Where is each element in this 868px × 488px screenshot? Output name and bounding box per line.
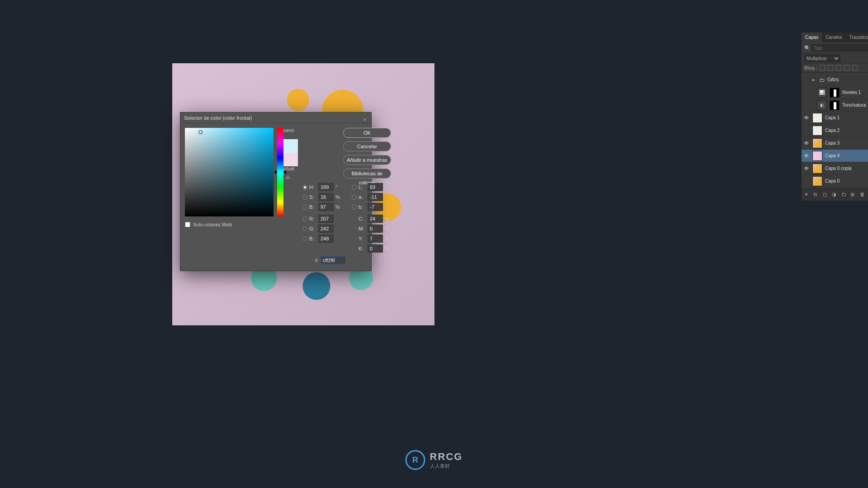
layer-thumb[interactable] [812,151,822,161]
color-libraries-button[interactable]: Bibliotecas de colores [343,169,391,178]
layer-row[interactable]: Capa 2 [802,124,868,137]
lab-b-radio[interactable] [352,205,357,210]
rgb-b-radio[interactable] [302,236,307,241]
lock-pixels-icon[interactable] [820,65,825,70]
b-label: B: [309,204,316,210]
a-input[interactable] [368,193,383,201]
y-input[interactable] [368,235,383,243]
layer-row[interactable]: 👁 Capa 1 [802,112,868,124]
saturation-field[interactable] [185,128,274,216]
r-input[interactable] [318,215,334,223]
k-input[interactable] [368,244,383,253]
close-icon[interactable]: × [361,114,368,122]
chevron-right-icon[interactable]: ▸ [812,77,817,83]
group-icon[interactable]: 🗀 [841,192,847,198]
b-radio[interactable] [302,205,307,210]
layer-thumb[interactable] [812,113,822,123]
tab-layers[interactable]: Capas [802,33,822,42]
lock-brush-icon[interactable] [828,65,833,70]
layer-group[interactable]: ▸ 🗀 OAVs [802,74,868,86]
lock-artboard-icon[interactable] [844,65,849,70]
layer-name[interactable]: OAVs [827,77,866,82]
l-radio[interactable] [352,185,357,190]
blend-mode-select[interactable]: Multiplicar [804,55,840,62]
m-input[interactable] [368,225,383,233]
g-input[interactable] [318,225,334,233]
adjustment-icon[interactable]: 📊 [817,88,827,98]
adjustment-icon[interactable]: ◐ [817,100,827,110]
b-input[interactable] [318,203,334,211]
layer-name[interactable]: Capa 0 copia [825,166,866,171]
layer-name[interactable]: Niveles 1 [842,90,866,95]
layer-row[interactable]: Capa 0 [802,175,868,188]
tab-paths[interactable]: Trazados [846,33,868,42]
adjustment-layer-icon[interactable]: ◑ [832,192,837,198]
web-colors-checkbox[interactable]: Solo colores Web [185,222,274,227]
trash-icon[interactable]: 🗑 [860,192,865,198]
c-unit: % [385,216,391,221]
c-label: C: [359,216,366,221]
l-input[interactable] [368,183,383,191]
logo-line1: RRCG [430,451,463,463]
cancel-button[interactable]: Cancelar [343,141,391,151]
layer-name[interactable]: Capa 0 [825,178,866,183]
layer-thumb[interactable] [812,126,822,136]
visibility-icon[interactable]: 👁 [803,140,810,146]
g-radio[interactable] [302,226,307,231]
web-colors-input[interactable] [185,222,190,227]
layer-name[interactable]: Capa 2 [825,128,866,133]
hex-input[interactable] [321,256,346,264]
layer-thumb[interactable] [812,138,822,148]
color-picker-dialog: Selector de color (color frontal) × Solo… [180,112,372,271]
c-input[interactable] [368,215,383,223]
lock-all-icon[interactable] [852,65,858,70]
visibility-icon[interactable]: 👁 [803,153,810,159]
saturation-cursor[interactable] [198,130,203,134]
hue-handle-right[interactable] [284,170,286,174]
mask-thumb[interactable] [830,100,840,110]
m-unit: % [385,226,391,231]
layer-name[interactable]: Capa 3 [825,141,866,145]
layer-row[interactable]: 👁 Capa 0 copia [802,162,868,175]
add-swatch-button[interactable]: Añadir a muestras [343,155,391,165]
l-label: L: [359,184,366,190]
layer-filter-input[interactable] [811,44,868,52]
layer-thumb[interactable] [812,176,822,186]
tab-channels[interactable]: Canales [822,33,846,42]
s-input[interactable] [318,193,334,201]
visibility-icon[interactable]: 👁 [803,165,810,172]
layer-row[interactable]: 👁 Capa 3 [802,137,868,150]
a-radio[interactable] [352,195,357,200]
s-radio[interactable] [302,195,307,200]
y-label: Y: [359,236,366,241]
link-icon[interactable]: ⚭ [804,192,810,198]
fx-icon[interactable]: fx [813,192,819,198]
layer-thumb[interactable] [812,164,822,174]
mask-thumb[interactable] [830,88,840,98]
layer-name[interactable]: Tono/saturación [842,103,866,108]
r-radio[interactable] [302,216,307,221]
lock-move-icon[interactable] [836,65,841,70]
h-label: H: [309,184,316,190]
visibility-icon[interactable]: 👁 [803,115,810,121]
g-label: G: [309,226,316,231]
ok-button[interactable]: OK [343,128,391,138]
new-layer-icon[interactable]: ⊞ [850,192,856,198]
hue-slider[interactable] [277,128,283,216]
dialog-titlebar[interactable]: Selector de color (color frontal) × [180,113,371,123]
layer-row-selected[interactable]: 👁 Capa 4 [802,150,868,162]
layer-row[interactable]: 📊 Niveles 1 [802,86,868,99]
hue-handle-left[interactable] [275,170,277,174]
h-radio[interactable] [302,185,307,190]
mask-icon[interactable]: ◻ [823,192,828,198]
folder-icon: 🗀 [820,77,825,83]
lab-b-input[interactable] [368,203,383,211]
layer-name[interactable]: Capa 1 [825,115,866,120]
a-label: a: [359,194,366,200]
rgb-b-label: B: [309,236,316,241]
layer-name[interactable]: Capa 4 [825,153,866,158]
h-input[interactable] [318,183,334,191]
gamut-warning-icon[interactable]: ⚠ [285,174,291,180]
rgb-b-input[interactable] [318,235,334,243]
layer-row[interactable]: ◐ Tono/saturación [802,99,868,112]
